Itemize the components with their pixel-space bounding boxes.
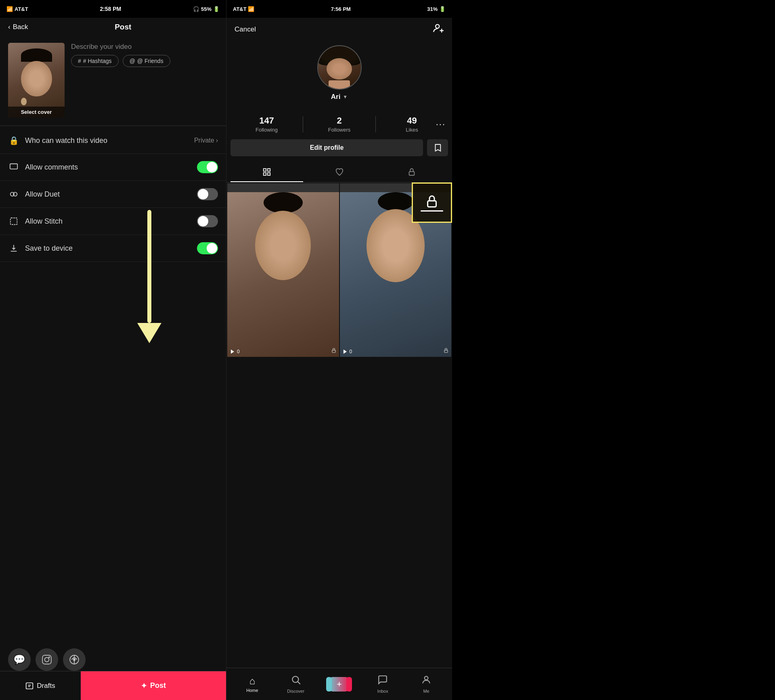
- post-button[interactable]: ✦ Post: [81, 671, 226, 700]
- following-count: 147: [259, 115, 274, 126]
- home-icon: ⌂: [249, 675, 256, 687]
- hashtags-button[interactable]: # # Hashtags: [71, 55, 119, 67]
- discover-icon: [291, 675, 301, 687]
- profile-section: Ari ▼: [226, 41, 452, 109]
- video-stats-1: 0: [230, 349, 240, 354]
- message-share-button[interactable]: 💬: [8, 648, 31, 671]
- discover-label: Discover: [287, 689, 304, 694]
- friends-button[interactable]: @ @ Friends: [123, 55, 170, 67]
- allow-comments-toggle[interactable]: [197, 161, 218, 173]
- save-device-toggle[interactable]: [197, 242, 218, 254]
- nav-create[interactable]: +: [318, 677, 361, 692]
- signal-icon: 📶: [6, 6, 13, 12]
- tab-liked[interactable]: [303, 163, 376, 182]
- comment-icon: [8, 161, 19, 173]
- svg-rect-24: [428, 201, 436, 207]
- svg-line-26: [298, 682, 300, 684]
- cancel-button[interactable]: Cancel: [235, 25, 256, 34]
- private-text: Private: [194, 137, 214, 144]
- tab-grid[interactable]: [230, 163, 303, 182]
- followers-label: Followers: [328, 127, 351, 133]
- select-cover-label[interactable]: Select cover: [8, 107, 65, 117]
- setting-row-allow-stitch: Allow Stitch: [0, 208, 226, 235]
- username-dropdown-icon[interactable]: ▼: [343, 94, 348, 100]
- svg-rect-15: [264, 169, 266, 171]
- toggle-knob-save: [207, 243, 217, 254]
- inbox-icon: [377, 675, 388, 687]
- nav-inbox[interactable]: Inbox: [361, 675, 404, 694]
- head-1: [255, 211, 311, 280]
- play-count-2: 0: [350, 349, 352, 354]
- svg-rect-16: [268, 169, 270, 171]
- tag-buttons: # # Hashtags @ @ Friends: [71, 55, 218, 67]
- back-button[interactable]: ‹ Back: [8, 23, 28, 31]
- top-nav-left: ‹ Back Post: [0, 18, 226, 36]
- toggle-knob-stitch: [198, 216, 208, 226]
- private-lock-icon-2: [443, 348, 449, 354]
- create-button[interactable]: +: [329, 677, 350, 692]
- avatar-face: [327, 58, 352, 80]
- status-bar-left: 📶 AT&T 2:58 PM 🎧 55% 🔋: [0, 0, 226, 18]
- setting-row-allow-comments: Allow comments: [0, 154, 226, 181]
- toggle-knob-comments: [207, 162, 217, 172]
- description-area: Describe your video # # Hashtags @ @ Fri…: [71, 43, 218, 67]
- nav-discover[interactable]: Discover: [274, 675, 318, 694]
- chevron-right-icon: ›: [216, 137, 218, 144]
- sparkle-icon: ✦: [141, 681, 147, 690]
- stat-following: 147 Following: [230, 115, 303, 133]
- likes-label: Likes: [406, 127, 418, 133]
- avatar: [317, 45, 362, 90]
- nav-home[interactable]: ⌂ Home: [230, 675, 274, 693]
- instagram-share-button[interactable]: [36, 648, 58, 671]
- bottom-nav-right: ⌂ Home Discover + Inbox: [226, 668, 452, 700]
- svg-point-5: [45, 658, 49, 662]
- battery-icon-right: 🔋: [439, 6, 446, 12]
- allow-stitch-toggle[interactable]: [197, 215, 218, 227]
- describe-placeholder[interactable]: Describe your video: [71, 43, 218, 51]
- private-lock-icon-1: [331, 348, 337, 354]
- svg-point-6: [49, 657, 50, 658]
- bottom-bar-left: Drafts ✦ Post: [0, 671, 226, 700]
- video-grid-area: 0 0: [226, 182, 452, 668]
- bookmark-button[interactable]: [427, 139, 448, 156]
- save-icon: [8, 243, 19, 254]
- status-bar-right: AT&T 📶 7:56 PM 31% 🔋: [226, 0, 452, 18]
- plus-icon: +: [337, 679, 342, 690]
- svg-point-25: [292, 676, 298, 682]
- who-watch-label: Who can watch this video: [25, 136, 189, 145]
- status-battery-left: 🎧 55% 🔋: [193, 6, 220, 12]
- setting-row-who-watch[interactable]: 🔒 Who can watch this video Private ›: [0, 128, 226, 154]
- nav-me[interactable]: Me: [404, 675, 448, 694]
- video-item-1[interactable]: 0: [227, 183, 339, 357]
- right-panel: AT&T 📶 7:56 PM 31% 🔋 Cancel: [226, 0, 452, 700]
- allow-duet-label: Allow Duet: [25, 190, 191, 199]
- add-user-button[interactable]: [433, 23, 444, 36]
- svg-point-8: [73, 659, 75, 660]
- me-icon: [421, 675, 431, 687]
- more-options-button[interactable]: ···: [436, 119, 446, 130]
- other-share-button[interactable]: [63, 648, 86, 671]
- setting-row-save-device: Save to device: [0, 235, 226, 262]
- allow-duet-toggle[interactable]: [197, 188, 218, 200]
- hair-shape: [21, 48, 52, 62]
- back-chevron-icon: ‹: [8, 23, 10, 31]
- svg-rect-3: [10, 218, 17, 225]
- tab-private[interactable]: [375, 163, 448, 182]
- status-carrier-right: AT&T 📶: [233, 6, 254, 12]
- avatar-neck: [329, 80, 350, 89]
- video-thumbnail[interactable]: Select cover: [8, 43, 65, 117]
- headphone-icon: 🎧: [193, 6, 199, 12]
- status-battery-right: 31% 🔋: [427, 6, 446, 12]
- lock-box-icon: [425, 194, 439, 209]
- svg-point-27: [425, 676, 428, 680]
- status-carrier: 📶 AT&T: [6, 6, 28, 12]
- video-stats-2: 0: [342, 349, 352, 354]
- save-device-label: Save to device: [25, 244, 191, 253]
- drafts-button[interactable]: Drafts: [0, 671, 81, 700]
- edit-profile-button[interactable]: Edit profile: [230, 139, 423, 156]
- hair-bun-1: [264, 192, 303, 213]
- inbox-label: Inbox: [377, 689, 388, 694]
- battery-icon: 🔋: [213, 6, 220, 12]
- following-label: Following: [256, 127, 278, 133]
- stat-followers: 2 Followers: [303, 115, 375, 133]
